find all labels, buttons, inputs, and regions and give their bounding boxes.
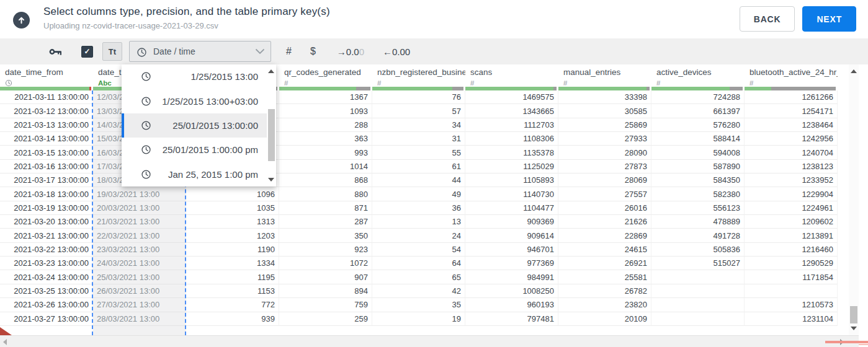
column-header-manual_entries[interactable]: manual_entries# [558, 64, 651, 87]
table-cell[interactable]: 1334 [186, 257, 279, 270]
table-cell[interactable]: 27873 [558, 160, 651, 174]
table-cell[interactable]: 259 [279, 312, 372, 326]
table-cell[interactable]: 21/03/2021 13:00 [93, 215, 186, 229]
table-cell[interactable]: 1171854 [745, 270, 838, 284]
table-cell[interactable]: 1035 [186, 201, 279, 215]
format-option[interactable]: 25/01/2015 1:00:00 pm [122, 138, 276, 162]
table-cell[interactable]: 1343665 [465, 104, 558, 118]
table-cell[interactable]: 1108306 [465, 132, 558, 146]
table-cell[interactable]: 25/03/2021 13:00 [93, 270, 186, 284]
table-cell[interactable]: 24/03/2021 13:00 [93, 257, 186, 270]
table-cell[interactable]: 1135378 [465, 146, 558, 159]
table-cell[interactable]: 49 [372, 187, 465, 201]
table-cell[interactable]: 26921 [558, 257, 651, 270]
table-cell[interactable]: 2021-03-11 13:00:00 [0, 90, 93, 104]
table-cell[interactable]: 977369 [465, 257, 558, 270]
table-cell[interactable]: 478889 [651, 215, 745, 229]
table-cell[interactable]: 1240704 [745, 146, 838, 159]
table-cell[interactable]: 65 [372, 270, 465, 284]
table-cell[interactable]: 33398 [558, 90, 651, 104]
table-cell[interactable]: 1105893 [465, 174, 558, 187]
table-cell[interactable]: 1313 [186, 215, 279, 229]
table-cell[interactable]: 1104477 [465, 201, 558, 215]
table-cell[interactable]: 2021-03-13 13:00:00 [0, 118, 93, 132]
table-cell[interactable]: 894 [279, 284, 372, 298]
table-cell[interactable]: 939 [186, 312, 279, 326]
scroll-up-icon[interactable] [268, 69, 274, 73]
table-cell[interactable]: 287 [279, 215, 372, 229]
table-cell[interactable]: 582380 [651, 187, 745, 201]
scroll-down-icon[interactable] [851, 327, 857, 330]
table-cell[interactable]: 55 [372, 146, 465, 159]
table-cell[interactable]: 22869 [558, 229, 651, 242]
table-cell[interactable]: 880 [279, 187, 372, 201]
table-cell[interactable]: 1209602 [745, 215, 838, 229]
table-cell[interactable]: 19/03/2021 13:00 [93, 187, 186, 201]
table-cell[interactable]: 20109 [558, 312, 651, 326]
table-horizontal-scrollbar[interactable] [0, 335, 859, 347]
table-cell[interactable]: 1125029 [465, 160, 558, 174]
table-cell[interactable]: 35 [372, 298, 465, 312]
table-cell[interactable]: 57 [372, 104, 465, 118]
table-cell[interactable]: 21626 [558, 215, 651, 229]
table-vertical-scrollbar[interactable] [849, 64, 859, 335]
format-option[interactable]: 1/25/2015 13:00+03:00 [122, 89, 276, 113]
table-cell[interactable]: 1242956 [745, 132, 838, 146]
format-option[interactable]: 1/25/2015 13:00 [122, 64, 276, 89]
table-cell[interactable]: 2021-03-15 13:00:00 [0, 146, 93, 159]
table-cell[interactable]: 1469575 [465, 90, 558, 104]
table-cell[interactable]: 27557 [558, 187, 651, 201]
table-cell[interactable]: 984991 [465, 270, 558, 284]
scroll-left-icon[interactable] [3, 339, 7, 345]
table-cell[interactable]: 797481 [465, 312, 558, 326]
table-cell[interactable]: 2021-03-27 13:00:00 [0, 312, 93, 326]
table-cell[interactable]: 76 [372, 90, 465, 104]
table-cell[interactable]: 1213891 [745, 229, 838, 242]
column-header-bluetooth_active_24_hr_[interactable]: bluetooth_active_24_hr_# [745, 64, 838, 87]
table-cell[interactable]: 871 [279, 201, 372, 215]
table-cell[interactable]: 19 [372, 312, 465, 326]
vertical-scrollbar-thumb[interactable] [850, 306, 857, 323]
table-cell[interactable]: 2021-03-19 13:00:00 [0, 201, 93, 215]
table-cell[interactable]: 1112703 [465, 118, 558, 132]
table-cell[interactable]: 505836 [651, 243, 745, 257]
table-cell[interactable]: 288 [279, 118, 372, 132]
column-header-date_time_from[interactable]: date_time_from [0, 64, 93, 87]
scroll-down-icon[interactable] [268, 178, 274, 182]
table-cell[interactable]: 54 [372, 243, 465, 257]
table-cell[interactable]: 1238123 [745, 160, 838, 174]
table-cell[interactable]: 20/03/2021 13:00 [93, 201, 186, 215]
table-cell[interactable]: 1195 [186, 270, 279, 284]
table-cell[interactable]: 25581 [558, 270, 651, 284]
precision-decrease-button[interactable]: ←0.00 [383, 46, 410, 57]
table-cell[interactable]: 2021-03-26 13:00:00 [0, 298, 93, 312]
table-cell[interactable]: 960193 [465, 298, 558, 312]
table-cell[interactable]: 993 [279, 146, 372, 159]
checkbox-checked-icon[interactable]: ✓ [81, 46, 93, 58]
table-cell[interactable] [651, 270, 745, 284]
table-cell[interactable]: 28/03/2021 13:00 [93, 312, 186, 326]
table-cell[interactable]: 759 [279, 298, 372, 312]
table-cell[interactable]: 2021-03-14 13:00:00 [0, 132, 93, 146]
table-cell[interactable]: 2021-03-16 13:00:00 [0, 160, 93, 174]
table-cell[interactable]: 350 [279, 229, 372, 242]
table-cell[interactable]: 1367 [279, 90, 372, 104]
table-cell[interactable]: 909614 [465, 229, 558, 242]
table-cell[interactable]: 1093 [279, 104, 372, 118]
table-cell[interactable]: 556123 [651, 201, 745, 215]
table-cell[interactable]: 576280 [651, 118, 745, 132]
table-cell[interactable]: 923 [279, 243, 372, 257]
table-cell[interactable]: 27/03/2021 13:00 [93, 298, 186, 312]
table-cell[interactable]: 42 [372, 284, 465, 298]
table-cell[interactable]: 2021-03-12 13:00:00 [0, 104, 93, 118]
scroll-up-icon[interactable] [851, 69, 857, 73]
table-cell[interactable]: 1233952 [745, 174, 838, 187]
table-cell[interactable]: 64 [372, 257, 465, 270]
table-cell[interactable] [651, 284, 745, 298]
table-cell[interactable]: 2021-03-20 13:00:00 [0, 215, 93, 229]
table-cell[interactable]: 1261266 [745, 90, 838, 104]
table-cell[interactable]: 1290529 [745, 257, 838, 270]
menu-scrollbar-thumb[interactable] [268, 109, 275, 161]
table-cell[interactable]: 2021-03-25 13:00:00 [0, 284, 93, 298]
table-cell[interactable]: 28069 [558, 174, 651, 187]
